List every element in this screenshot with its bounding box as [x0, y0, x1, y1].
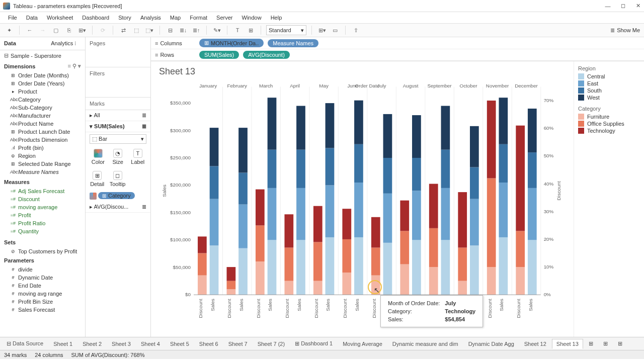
- menu-worksheet[interactable]: Worksheet: [43, 15, 77, 21]
- tab-sheet-4[interactable]: Sheet 4: [136, 339, 165, 349]
- maximize-button[interactable]: ◻: [620, 3, 626, 9]
- close-button[interactable]: ✕: [635, 3, 641, 9]
- swap-button[interactable]: ⇄: [118, 25, 128, 35]
- field-measure-names[interactable]: AbcMeasure Names: [0, 168, 85, 176]
- month-pill[interactable]: ⊞ MONTH(Order Da..: [199, 39, 264, 47]
- detail-button[interactable]: ⊞Detail: [90, 171, 104, 187]
- menu-map[interactable]: Map: [166, 15, 185, 21]
- sum-sales-pill[interactable]: SUM(Sales): [199, 51, 239, 59]
- tab-sheet-7-2-[interactable]: Sheet 7 (2): [253, 339, 289, 349]
- measure-names-pill[interactable]: Measure Names: [268, 39, 318, 47]
- marks-all[interactable]: ▸ All≣: [86, 110, 150, 121]
- present-button[interactable]: ▭: [330, 25, 340, 35]
- analytics-tab[interactable]: Analytics ⁞: [43, 37, 86, 50]
- field-product[interactable]: ▸Product: [0, 87, 85, 96]
- sort-asc-button[interactable]: ⬚: [131, 25, 141, 35]
- field-category[interactable]: AbcCategory: [0, 96, 85, 104]
- tab-dynamic-date-agg[interactable]: Dynamic Date Agg: [464, 339, 519, 349]
- avg-discount-pill[interactable]: AVG(Discount): [243, 51, 290, 59]
- menu-file[interactable]: File: [4, 15, 21, 21]
- show-me-button[interactable]: ≣ Show Me: [610, 27, 640, 34]
- field-moving-avg-range[interactable]: #moving avg range: [0, 290, 85, 298]
- field-sales-forecast[interactable]: #Sales Forecast: [0, 306, 85, 314]
- new-story-icon[interactable]: ⊞: [613, 338, 627, 349]
- field-moving-average[interactable]: =#moving average: [0, 203, 85, 211]
- fit-select[interactable]: Standard▾: [266, 25, 306, 35]
- tab-sheet-1[interactable]: Sheet 1: [49, 339, 77, 349]
- tab-sheet-5[interactable]: Sheet 5: [166, 339, 194, 349]
- field-discount[interactable]: =#Discount: [0, 195, 85, 203]
- field-profit-bin-[interactable]: .ılProfit (bin): [0, 144, 85, 152]
- save-button[interactable]: ▢: [51, 25, 61, 35]
- legend-region-west[interactable]: West: [578, 95, 640, 101]
- marks-avg-discount[interactable]: ▸ AVG(Discou...≣: [86, 202, 150, 213]
- marks-sum-sales[interactable]: ▾ SUM(Sales)≣: [86, 121, 150, 132]
- tab-moving-average[interactable]: Moving Average: [338, 339, 387, 349]
- legend-cat-furniture[interactable]: Furniture: [578, 114, 640, 120]
- tab-sheet-13[interactable]: Sheet 13: [552, 339, 583, 349]
- tableau-icon[interactable]: ✦: [4, 25, 14, 35]
- menu-help[interactable]: Help: [267, 15, 286, 21]
- menu-data[interactable]: Data: [22, 15, 42, 21]
- new-sheet-icon[interactable]: ⊞: [584, 338, 598, 349]
- sort2-button[interactable]: ≣↓: [178, 25, 188, 35]
- new-dashboard-icon[interactable]: ⊞: [599, 338, 612, 349]
- field-quantity[interactable]: =#Quantity: [0, 227, 85, 235]
- new-sheet-button[interactable]: ⊞▾: [77, 25, 87, 35]
- pages-shelf[interactable]: Pages: [86, 37, 150, 67]
- legend-region-south[interactable]: South: [578, 87, 640, 94]
- tab-sheet-7[interactable]: Sheet 7: [224, 339, 252, 349]
- chart-canvas[interactable]: Order Date$0$50,000$100,000$150,000$200,…: [159, 80, 566, 326]
- field-selected-date-range[interactable]: ⊞Selected Date Range: [0, 160, 85, 168]
- highlight-button[interactable]: ✎▾: [212, 25, 222, 35]
- field-products-dimension[interactable]: AbcProducts Dimension: [0, 136, 85, 144]
- field-order-date-months-[interactable]: ⊞Order Date (Months): [0, 71, 85, 79]
- field-sub-category[interactable]: AbcSub-Category: [0, 104, 85, 112]
- datasource-name[interactable]: ⊟ Sample - Superstore: [0, 50, 85, 61]
- size-button[interactable]: ◔Size: [112, 149, 123, 165]
- mark-type-select[interactable]: ⬚ Bar▾: [90, 134, 146, 144]
- menu-story[interactable]: Story: [114, 15, 135, 21]
- field-region[interactable]: ⊚Region: [0, 152, 85, 160]
- menu-analysis[interactable]: Analysis: [136, 15, 165, 21]
- field-profit[interactable]: =#Profit: [0, 211, 85, 219]
- group-button[interactable]: ⊟: [165, 25, 175, 35]
- new-data-button[interactable]: ⎘: [64, 25, 74, 35]
- menu-format[interactable]: Format: [186, 15, 211, 21]
- refresh-button[interactable]: ⟳: [98, 25, 108, 35]
- cards-button[interactable]: ⊞▾: [317, 25, 327, 35]
- tab-sheet-6[interactable]: Sheet 6: [195, 339, 223, 349]
- legend-region-central[interactable]: Central: [578, 73, 640, 79]
- sort-desc-button[interactable]: ⬚▾: [144, 25, 154, 35]
- category-pill[interactable]: ⊞ Category: [98, 192, 135, 199]
- menu-server[interactable]: Server: [212, 15, 236, 21]
- color-button[interactable]: Color: [92, 149, 105, 165]
- legend-cat-office-supplies[interactable]: Office Supplies: [578, 121, 640, 127]
- field-profit-bin-size[interactable]: #Profit Bin Size: [0, 298, 85, 306]
- field-end-date[interactable]: #End Date: [0, 282, 85, 290]
- share-button[interactable]: ⇪: [351, 25, 361, 35]
- back-button[interactable]: ←: [25, 25, 35, 35]
- field-product-launch-date[interactable]: ⊞Product Launch Date: [0, 128, 85, 136]
- field-manufacturer[interactable]: AbcManufacturer: [0, 112, 85, 120]
- field-adj-sales-forecast[interactable]: =#Adj Sales Forecast: [0, 187, 85, 195]
- legend-region-east[interactable]: East: [578, 80, 640, 86]
- sheet-title[interactable]: Sheet 13: [159, 66, 566, 77]
- data-tab[interactable]: Data: [0, 37, 43, 50]
- legend-cat-technology[interactable]: Technology: [578, 128, 640, 134]
- sort3-button[interactable]: ≣↑: [191, 25, 201, 35]
- forward-button[interactable]: →: [38, 25, 48, 35]
- field-divide[interactable]: #divide: [0, 265, 85, 274]
- field-profit-ratio[interactable]: =#Profit Ratio: [0, 219, 85, 227]
- columns-shelf[interactable]: ≡ Columns ⊞ MONTH(Order Da.. Measure Nam…: [151, 37, 644, 49]
- rows-shelf[interactable]: ≡ Rows SUM(Sales) AVG(Discount): [151, 49, 644, 61]
- field-dynamic-date[interactable]: #Dynamic Date: [0, 274, 85, 282]
- label-button[interactable]: TLabel: [131, 149, 144, 165]
- tooltip-button[interactable]: ◻Tooltip: [110, 171, 126, 187]
- tab-dynamic-measure-and-dim[interactable]: Dynamic measure and dim: [388, 339, 463, 349]
- minimize-button[interactable]: —: [605, 3, 611, 9]
- totals-button[interactable]: T: [232, 25, 243, 35]
- field-order-date-years-[interactable]: ⊞Order Date (Years): [0, 79, 85, 87]
- tab-data-source[interactable]: ⊟ Data Source: [2, 338, 48, 349]
- menu-dashboard[interactable]: Dashboard: [78, 15, 113, 21]
